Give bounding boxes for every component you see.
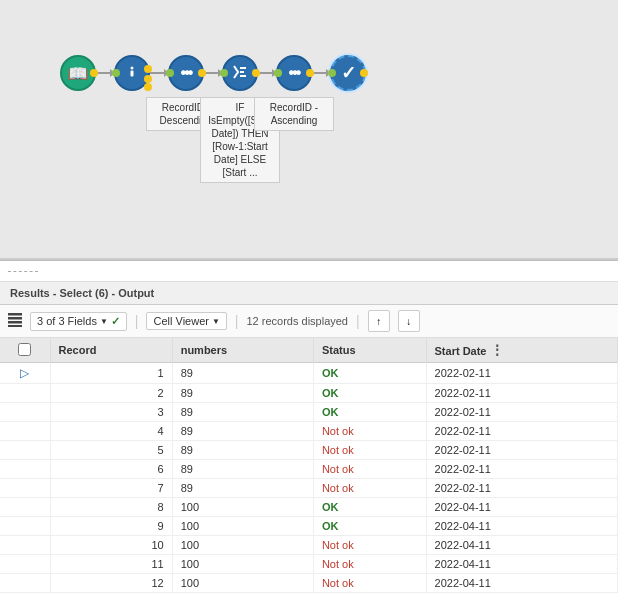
node-6-port-left (328, 69, 336, 77)
node-4[interactable] (222, 55, 258, 91)
row-selector-cell[interactable] (0, 555, 50, 574)
cell-startdate: 2022-02-11 (426, 422, 617, 441)
node-5-wrapper: ••• RecordID - Ascending (276, 55, 312, 91)
cell-record: 10 (50, 536, 172, 555)
fields-button-label: 3 of 3 Fields (37, 315, 97, 327)
results-toolbar: 3 of 3 Fields ▼ ✓ | Cell Viewer ▼ | 12 r… (0, 305, 618, 338)
viewer-button-label: Cell Viewer (153, 315, 208, 327)
cell-status: OK (313, 363, 426, 384)
cell-status: Not ok (313, 479, 426, 498)
col-status-header[interactable]: Status (313, 338, 426, 363)
cell-numbers: 89 (172, 422, 313, 441)
workflow-nodes: 📖 (60, 55, 366, 91)
col-record-header[interactable]: Record (50, 338, 172, 363)
cell-startdate: 2022-02-11 (426, 441, 617, 460)
svg-point-0 (131, 66, 134, 69)
node-5[interactable]: ••• (276, 55, 312, 91)
row-selector-cell[interactable] (0, 460, 50, 479)
book-icon: 📖 (68, 64, 88, 83)
cell-record: 6 (50, 460, 172, 479)
row-selector-cell[interactable] (0, 403, 50, 422)
records-count: 12 records displayed (246, 315, 348, 327)
row-selector-cell[interactable]: ▷ (0, 363, 50, 384)
node-5-port-right (306, 69, 314, 77)
node-5-port-left (274, 69, 282, 77)
cell-startdate: 2022-04-11 (426, 498, 617, 517)
row-selector-cell[interactable] (0, 422, 50, 441)
cell-numbers: 100 (172, 498, 313, 517)
table-row: 489Not ok2022-02-11 (0, 422, 618, 441)
node-5-label: RecordID - Ascending (254, 97, 334, 131)
node-3-wrapper: ••• RecordID - Descending (168, 55, 204, 91)
row-selector-cell[interactable] (0, 479, 50, 498)
node-6[interactable]: ✓ (330, 55, 366, 91)
nav-up-button[interactable]: ↑ (368, 310, 390, 332)
nav-down-button[interactable]: ↓ (398, 310, 420, 332)
cell-record: 4 (50, 422, 172, 441)
fields-icon (8, 313, 22, 330)
row-selector-cell[interactable] (0, 498, 50, 517)
dots-icon: ••• (181, 64, 192, 82)
cell-numbers: 100 (172, 574, 313, 593)
results-table-container: Record numbers Status Start Date ⋮ ▷189O… (0, 338, 618, 607)
viewer-button[interactable]: Cell Viewer ▼ (146, 312, 226, 330)
node-1-port (90, 69, 98, 77)
cell-record: 5 (50, 441, 172, 460)
svg-rect-5 (8, 325, 22, 327)
node-4-port-left (220, 69, 228, 77)
col-select[interactable] (0, 338, 50, 363)
cell-startdate: 2022-04-11 (426, 574, 617, 593)
select-all-checkbox[interactable] (18, 343, 31, 356)
col-numbers-header[interactable]: numbers (172, 338, 313, 363)
node-3[interactable]: ••• (168, 55, 204, 91)
results-table: Record numbers Status Start Date ⋮ ▷189O… (0, 338, 618, 593)
cell-status: OK (313, 403, 426, 422)
cell-startdate: 2022-04-11 (426, 517, 617, 536)
svg-rect-4 (8, 321, 22, 324)
row-selector-cell[interactable] (0, 536, 50, 555)
viewer-dropdown-icon: ▼ (212, 317, 220, 326)
cell-startdate: 2022-02-11 (426, 403, 617, 422)
node-3-port-left (166, 69, 174, 77)
separator-3: | (356, 313, 360, 329)
table-header: Record numbers Status Start Date ⋮ (0, 338, 618, 363)
row-selector-cell[interactable] (0, 574, 50, 593)
nav-down-icon: ↓ (406, 316, 411, 327)
cell-status: Not ok (313, 460, 426, 479)
node-2-wrapper (114, 55, 150, 91)
table-row: 9100OK2022-04-11 (0, 517, 618, 536)
cell-status: OK (313, 384, 426, 403)
row-selector-cell[interactable] (0, 384, 50, 403)
table-body: ▷189OK2022-02-11289OK2022-02-11389OK2022… (0, 363, 618, 593)
node-2[interactable] (114, 55, 150, 91)
cell-record: 8 (50, 498, 172, 517)
table-row: ▷189OK2022-02-11 (0, 363, 618, 384)
cell-numbers: 89 (172, 441, 313, 460)
nav-up-icon: ↑ (376, 316, 381, 327)
header-row: Record numbers Status Start Date ⋮ (0, 338, 618, 363)
table-row: 389OK2022-02-11 (0, 403, 618, 422)
svg-rect-2 (8, 313, 22, 316)
col-more-icon[interactable]: ⋮ (490, 342, 504, 358)
col-startdate-header[interactable]: Start Date ⋮ (426, 338, 617, 363)
fields-button[interactable]: 3 of 3 Fields ▼ ✓ (30, 312, 127, 331)
results-header-text: Results - Select (6) - Output (10, 287, 154, 299)
node-1[interactable]: 📖 (60, 55, 96, 91)
cell-numbers: 100 (172, 536, 313, 555)
dots2-icon: ••• (289, 64, 300, 82)
cell-status: Not ok (313, 536, 426, 555)
check-icon: ✓ (341, 62, 356, 84)
info-icon (124, 64, 140, 83)
cell-status: Not ok (313, 422, 426, 441)
svg-rect-1 (131, 70, 134, 76)
cell-status: OK (313, 517, 426, 536)
cell-record: 1 (50, 363, 172, 384)
row-selector-cell[interactable] (0, 517, 50, 536)
row-selector-cell[interactable] (0, 441, 50, 460)
cell-numbers: 89 (172, 460, 313, 479)
node-1-wrapper: 📖 (60, 55, 96, 91)
cell-numbers: 89 (172, 384, 313, 403)
table-row: 789Not ok2022-02-11 (0, 479, 618, 498)
node-6-wrapper: ✓ (330, 55, 366, 91)
cell-numbers: 89 (172, 403, 313, 422)
